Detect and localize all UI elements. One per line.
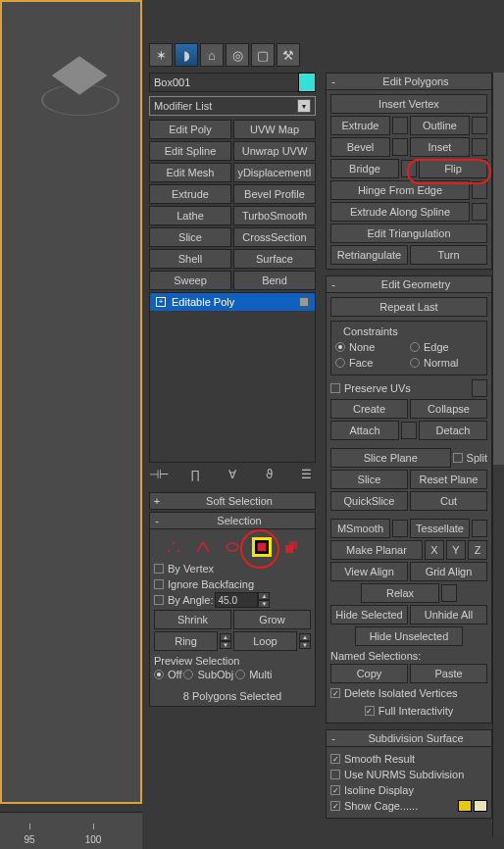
paste-button[interactable]: Paste xyxy=(410,664,487,683)
preserve-uv-check[interactable]: Preserve UVs xyxy=(330,380,411,396)
display-tab-icon[interactable]: ▢ xyxy=(251,43,275,67)
preserve-uv-settings[interactable] xyxy=(472,379,487,397)
bevel-settings[interactable] xyxy=(392,138,408,156)
modifier-button[interactable]: Slice xyxy=(149,227,231,247)
rollout-subdivision[interactable]: -Subdivision Surface xyxy=(326,729,492,747)
shrink-button[interactable]: Shrink xyxy=(154,610,231,629)
configure-sets-icon[interactable]: ☰ xyxy=(298,467,314,482)
expand-icon[interactable]: + xyxy=(156,297,166,307)
stack-item-toggle[interactable] xyxy=(299,297,309,307)
inset-button[interactable]: Inset xyxy=(410,137,470,157)
object-color-swatch[interactable] xyxy=(298,73,316,92)
delete-isolated-check[interactable]: Delete Isolated Vertices xyxy=(330,685,487,701)
full-interactivity-check[interactable]: Full Interactivity xyxy=(330,703,487,719)
view-align-button[interactable]: View Align xyxy=(330,562,408,581)
split-check[interactable]: Split xyxy=(453,450,487,466)
msmooth-settings[interactable] xyxy=(392,520,408,537)
modifier-button[interactable]: yDisplacementI xyxy=(233,163,316,182)
flip-button[interactable]: Flip xyxy=(419,159,487,178)
stack-item-editable-poly[interactable]: + Editable Poly xyxy=(150,293,315,311)
planar-x-button[interactable]: X xyxy=(425,540,444,560)
modifier-button[interactable]: Unwrap UVW xyxy=(233,141,316,161)
outline-button[interactable]: Outline xyxy=(410,116,470,135)
bridge-settings[interactable] xyxy=(401,160,417,177)
timeline-ruler[interactable]: 95 100 xyxy=(0,812,142,849)
preview-off-radio[interactable]: Off xyxy=(154,667,181,682)
hinge-settings[interactable] xyxy=(472,181,487,199)
grow-button[interactable]: Grow xyxy=(233,610,311,629)
turn-button[interactable]: Turn xyxy=(410,245,487,265)
extrude-settings[interactable] xyxy=(392,117,408,134)
modifier-button[interactable]: UVW Map xyxy=(233,120,316,139)
tessellate-settings[interactable] xyxy=(472,520,487,537)
angle-spinner[interactable]: ▲▼ xyxy=(215,592,270,608)
loop-button[interactable]: Loop xyxy=(233,631,297,651)
panel-scrollbar[interactable] xyxy=(492,73,504,837)
utilities-tab-icon[interactable]: ⚒ xyxy=(277,43,300,67)
slice-button[interactable]: Slice xyxy=(330,470,408,489)
rollout-soft-selection[interactable]: + Soft Selection xyxy=(149,492,316,510)
hinge-button[interactable]: Hinge From Edge xyxy=(330,180,470,200)
cut-button[interactable]: Cut xyxy=(410,491,487,511)
slice-plane-button[interactable]: Slice Plane xyxy=(330,448,451,468)
modifier-button[interactable]: Surface xyxy=(233,249,316,269)
planar-z-button[interactable]: Z xyxy=(468,540,487,560)
msmooth-button[interactable]: MSmooth xyxy=(330,519,390,538)
edit-tri-button[interactable]: Edit Triangulation xyxy=(330,224,487,243)
quickslice-button[interactable]: QuickSlice xyxy=(330,491,408,511)
modifier-button[interactable]: Edit Mesh xyxy=(149,163,231,182)
rollout-edit-geometry[interactable]: -Edit Geometry xyxy=(326,275,492,293)
viewport[interactable] xyxy=(0,0,142,804)
remove-modifier-icon[interactable]: ϑ xyxy=(262,467,277,482)
preview-subobj-radio[interactable]: SubObj xyxy=(183,667,233,682)
modifier-button[interactable]: Sweep xyxy=(149,271,231,290)
tessellate-button[interactable]: Tessellate xyxy=(410,519,470,538)
modifier-button[interactable]: TurboSmooth xyxy=(233,206,316,225)
modifier-button[interactable]: Extrude xyxy=(149,184,231,204)
attach-button[interactable]: Attach xyxy=(330,421,399,440)
constraint-normal-radio[interactable]: Normal xyxy=(410,355,482,371)
inset-settings[interactable] xyxy=(472,138,487,156)
ring-button[interactable]: Ring xyxy=(154,631,218,651)
vertex-subobj-icon[interactable] xyxy=(164,537,183,557)
extrude-spline-settings[interactable] xyxy=(472,203,487,221)
collapse-button[interactable]: Collapse xyxy=(410,399,487,419)
unhide-all-button[interactable]: Unhide All xyxy=(410,605,487,624)
constraint-none-radio[interactable]: None xyxy=(335,339,408,355)
ring-spinner[interactable]: ▲▼ xyxy=(220,633,231,649)
edge-subobj-icon[interactable] xyxy=(193,537,213,557)
make-unique-icon[interactable]: ∀ xyxy=(225,467,240,482)
polygon-subobj-icon[interactable] xyxy=(252,537,272,557)
use-nurms-check[interactable]: Use NURMS Subdivision xyxy=(330,767,487,782)
create-tab-icon[interactable]: ✶ xyxy=(149,43,173,67)
cage-color-2[interactable] xyxy=(474,800,487,812)
modifier-button[interactable]: Edit Poly xyxy=(149,120,231,139)
extrude-button[interactable]: Extrude xyxy=(330,116,390,135)
outline-settings[interactable] xyxy=(472,117,487,134)
hide-unselected-button[interactable]: Hide Unselected xyxy=(355,626,463,646)
ignore-backfacing-check[interactable]: Ignore Backfacing xyxy=(154,576,311,592)
modifier-button[interactable]: CrossSection xyxy=(233,227,316,247)
loop-spinner[interactable]: ▲▼ xyxy=(299,633,311,649)
modifier-stack[interactable]: + Editable Poly xyxy=(149,292,316,463)
rollout-edit-polygons[interactable]: -Edit Polygons xyxy=(326,73,492,90)
preview-multi-radio[interactable]: Multi xyxy=(235,667,272,682)
constraint-edge-radio[interactable]: Edge xyxy=(410,339,482,355)
border-subobj-icon[interactable] xyxy=(223,537,242,557)
bridge-button[interactable]: Bridge xyxy=(330,159,399,178)
insert-vertex-button[interactable]: Insert Vertex xyxy=(330,94,487,114)
object-name-field[interactable] xyxy=(149,73,316,92)
smooth-result-check[interactable]: Smooth Result xyxy=(330,751,487,767)
isoline-check[interactable]: Isoline Display xyxy=(330,782,487,798)
create-button[interactable]: Create xyxy=(330,399,408,419)
make-planar-button[interactable]: Make Planar xyxy=(330,540,423,560)
planar-y-button[interactable]: Y xyxy=(446,540,466,560)
repeat-last-button[interactable]: Repeat Last xyxy=(330,297,487,317)
show-cage-check[interactable]: Show Cage...... xyxy=(330,798,418,814)
element-subobj-icon[interactable] xyxy=(281,537,301,557)
motion-tab-icon[interactable]: ◎ xyxy=(226,43,249,67)
retriangulate-button[interactable]: Retriangulate xyxy=(330,245,408,265)
attach-settings[interactable] xyxy=(401,422,417,439)
modify-tab-icon[interactable]: ◗ xyxy=(175,43,198,67)
detach-button[interactable]: Detach xyxy=(419,421,487,440)
